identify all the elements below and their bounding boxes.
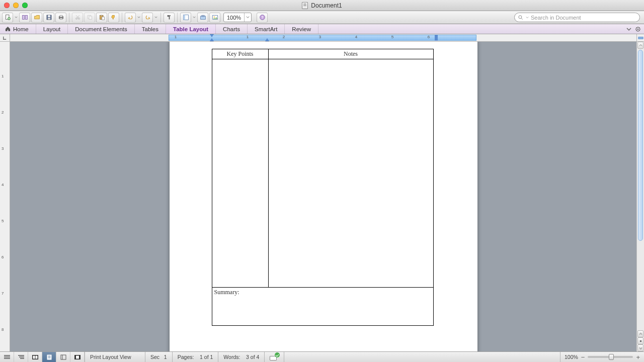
ruler-tick: 6 [428,35,430,39]
svg-rect-9 [60,18,62,19]
media-browser-button[interactable] [209,13,220,23]
minimize-window-button[interactable] [13,3,19,8]
document-table[interactable]: Key Points Notes Summary: [212,49,434,326]
svg-point-25 [519,15,522,18]
format-painter-button[interactable] [108,13,119,23]
table-header-keypoints[interactable]: Key Points [212,49,268,59]
tab-home[interactable]: Home [2,24,36,34]
horizontal-ruler[interactable]: 1 1 2 3 4 5 6 [10,34,636,41]
words-indicator[interactable]: Words: 3 of 4 [218,352,265,362]
collapse-ribbon-button[interactable] [626,26,632,32]
tab-selector[interactable] [0,34,10,41]
tab-charts[interactable]: Charts [216,24,248,34]
ruler-tick: 2 [2,110,4,115]
new-document-button[interactable] [2,13,13,23]
toolbox-button[interactable] [197,13,208,23]
svg-rect-5 [48,15,50,17]
tab-label: Review [292,26,311,32]
svg-rect-8 [60,15,62,17]
draft-view-button[interactable] [0,352,14,362]
document-canvas[interactable]: Key Points Notes Summary: [10,42,636,351]
editing-area: 1 2 3 4 5 6 7 8 Key Points Notes Summary… [0,42,644,351]
split-view-button[interactable] [636,34,644,41]
sidebar-button[interactable] [180,13,191,23]
scroll-up-button[interactable] [637,42,643,49]
close-window-button[interactable] [4,3,10,8]
undo-dropdown[interactable] [137,13,141,23]
tab-label: Home [13,26,29,32]
new-document-dropdown[interactable] [14,13,18,23]
zoom-out-button[interactable]: − [581,353,585,361]
sidebar-dropdown[interactable] [192,13,196,23]
svg-rect-6 [48,18,50,19]
table-body-row[interactable] [212,59,433,288]
vertical-ruler[interactable]: 1 2 3 4 5 6 7 8 [0,42,10,351]
page[interactable]: Key Points Notes Summary: [170,42,477,351]
tab-smartart[interactable]: SmartArt [248,24,285,34]
document-title: Document1 [311,2,342,9]
cut-button[interactable] [72,13,83,23]
spell-check-indicator[interactable] [265,352,284,362]
outline-view-button[interactable] [14,352,28,362]
ruler-tick: 4 [2,183,4,187]
tab-document-elements[interactable]: Document Elements [68,24,135,34]
vertical-scrollbar[interactable] [636,42,644,351]
search-field[interactable] [514,13,640,22]
svg-rect-34 [61,355,66,359]
right-margin-marker[interactable] [435,35,438,41]
ruler-tick: 3 [2,146,4,151]
right-indent-marker[interactable] [265,38,269,41]
tab-label: Document Elements [75,26,127,32]
window-controls [4,3,28,8]
ribbon-tabs: Home Layout Document Elements Tables Tab… [0,24,644,34]
table-summary-row[interactable]: Summary: [212,288,433,326]
print-button[interactable] [55,13,66,23]
focus-view-button[interactable] [70,352,85,362]
print-layout-view-button[interactable] [42,352,56,362]
tab-review[interactable]: Review [285,24,318,34]
previous-page-button[interactable] [637,330,643,337]
first-line-indent-marker[interactable] [210,34,214,37]
zoom-window-button[interactable] [22,3,28,8]
show-formatting-button[interactable] [164,13,175,23]
table-header-notes[interactable]: Notes [268,49,433,59]
browse-object-button[interactable] [637,337,643,344]
zoom-slider[interactable] [588,356,633,358]
ribbon-settings-button[interactable] [635,26,641,32]
redo-button[interactable] [142,13,153,23]
copy-button[interactable] [84,13,95,23]
save-button[interactable] [43,13,54,23]
tab-label: Table Layout [173,26,208,32]
zoom-in-button[interactable]: + [636,353,640,361]
help-button[interactable]: ? [257,13,268,23]
zoom-percentage[interactable]: 100% [565,354,578,360]
notebook-view-button[interactable] [56,352,70,362]
view-mode-buttons [0,352,85,362]
search-input[interactable] [531,15,636,21]
document-icon [302,2,308,9]
zoom-slider-handle[interactable] [609,354,614,360]
section-indicator[interactable]: Sec 1 [145,352,173,362]
table-header-row[interactable]: Key Points Notes [212,49,433,59]
left-indent-marker[interactable] [210,38,214,41]
svg-rect-31 [33,355,35,358]
paste-button[interactable] [96,13,107,23]
table-cell-notes[interactable] [268,59,433,288]
table-cell-summary[interactable]: Summary: [212,288,433,326]
open-button[interactable] [31,13,42,23]
zoom-level-selector[interactable]: 100% [223,13,252,22]
pages-indicator[interactable]: Pages: 1 of 1 [173,352,219,362]
publishing-view-button[interactable] [28,352,42,362]
undo-button[interactable] [125,13,136,23]
template-gallery-button[interactable] [19,13,30,23]
scroll-thumb[interactable] [638,50,643,241]
redo-dropdown[interactable] [154,13,158,23]
status-bar: Print Layout View Sec 1 Pages: 1 of 1 Wo… [0,351,644,362]
tab-table-layout[interactable]: Table Layout [166,24,216,34]
tab-label: Charts [223,26,240,32]
table-cell-keypoints[interactable] [212,59,268,288]
tab-layout[interactable]: Layout [36,24,68,34]
spell-check-icon [270,353,279,360]
next-page-button[interactable] [637,344,643,351]
tab-tables[interactable]: Tables [135,24,166,34]
